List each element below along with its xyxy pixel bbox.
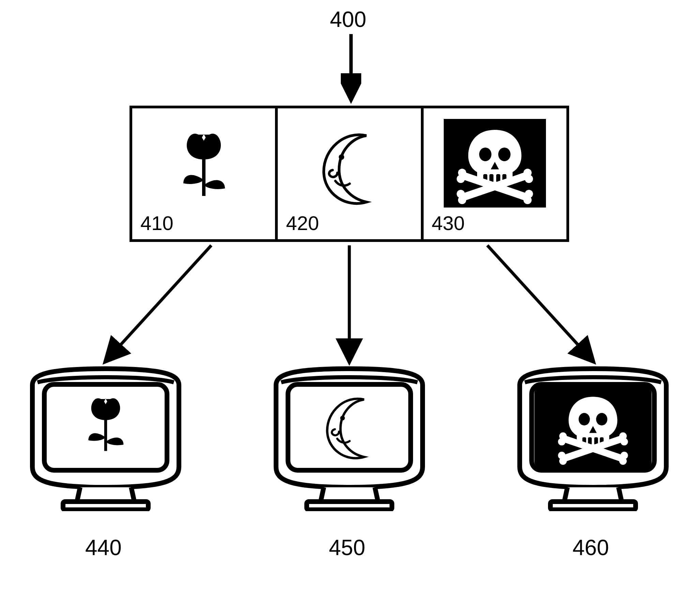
- arrow-top-to-strip: [341, 34, 361, 106]
- strip-cell-430: 430: [424, 108, 566, 239]
- svg-line-21: [106, 245, 211, 361]
- skull-panel: [444, 119, 546, 208]
- cell-label-410: 410: [140, 212, 173, 234]
- skull-icon: [554, 390, 632, 465]
- ref-label-460: 460: [573, 535, 609, 560]
- tulip-icon: [77, 390, 135, 465]
- cell-label-420: 420: [286, 212, 319, 234]
- moon-icon: [315, 389, 383, 466]
- svg-line-23: [487, 245, 593, 361]
- ref-label-400: 400: [330, 7, 366, 32]
- diagram-canvas: 400 410 420: [0, 0, 700, 596]
- ref-label-450: 450: [329, 535, 365, 560]
- monitor-screen: [291, 387, 408, 468]
- monitor-460: [513, 365, 673, 511]
- monitor-440: [26, 365, 186, 511]
- monitor-screen: [47, 387, 164, 468]
- skull-icon: [454, 122, 536, 204]
- cell-label-430: 430: [432, 212, 465, 234]
- strip-cell-410: 410: [132, 108, 278, 239]
- tulip-icon: [170, 124, 238, 214]
- monitor-450: [269, 365, 429, 511]
- strip-cell-420: 420: [278, 108, 423, 239]
- monitor-screen: [534, 387, 652, 468]
- moon-icon: [310, 124, 389, 214]
- ref-label-440: 440: [85, 535, 122, 560]
- image-strip: 410 420 430: [130, 106, 569, 242]
